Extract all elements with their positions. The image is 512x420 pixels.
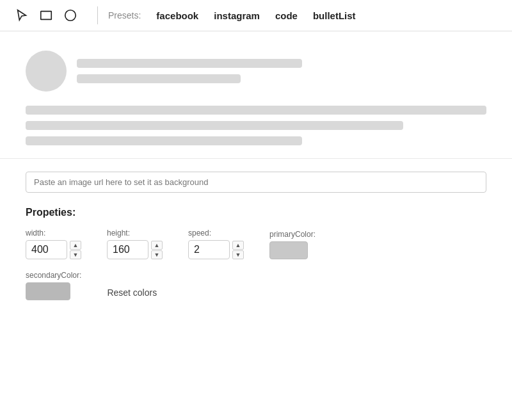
preset-facebook[interactable]: facebook [151, 9, 204, 22]
rectangle-tool-icon[interactable] [37, 6, 55, 24]
skeleton-preview [26, 51, 486, 145]
width-input-wrap: ▲ ▼ [26, 240, 81, 259]
skeleton-line [77, 74, 241, 83]
skeleton-line [77, 59, 302, 68]
speed-group: speed: ▲ ▼ [188, 229, 244, 259]
secondary-color-label: secondaryColor: [26, 271, 81, 280]
preset-instagram[interactable]: instagram [209, 9, 265, 22]
height-input-wrap: ▲ ▼ [107, 240, 163, 259]
speed-spinner: ▲ ▼ [232, 241, 244, 259]
circle-tool-icon[interactable] [61, 6, 79, 24]
toolbar: Presets: facebook instagram code bulletL… [0, 0, 512, 31]
skeleton-line [26, 136, 302, 145]
svg-point-1 [65, 10, 76, 21]
secondary-color-group: secondaryColor: [26, 271, 81, 300]
secondary-color-swatch[interactable] [26, 282, 70, 300]
width-label: width: [26, 229, 81, 238]
primary-color-group: primaryColor: [269, 230, 316, 259]
width-spinner: ▲ ▼ [70, 241, 81, 259]
svg-rect-0 [41, 12, 52, 20]
tool-icons [13, 6, 79, 24]
skeleton-header-lines [77, 59, 486, 83]
secondary-row: secondaryColor: Reset colors [26, 271, 486, 300]
width-spin-up[interactable]: ▲ [70, 241, 81, 250]
height-spin-down[interactable]: ▼ [151, 250, 163, 259]
properties-title: Propeties: [26, 207, 486, 218]
height-spinner: ▲ ▼ [151, 241, 163, 259]
speed-input-wrap: ▲ ▼ [188, 240, 244, 259]
height-label: height: [107, 229, 163, 238]
primary-color-swatch[interactable] [269, 241, 308, 259]
url-input-wrap [26, 172, 486, 193]
properties-grid: width: ▲ ▼ height: ▲ ▼ speed: [26, 229, 486, 259]
preset-bulletlist[interactable]: bulletList [308, 9, 361, 22]
skeleton-avatar [26, 51, 67, 92]
speed-input[interactable] [188, 240, 230, 259]
width-input[interactable] [26, 240, 67, 259]
preset-code[interactable]: code [270, 9, 303, 22]
primary-color-label: primaryColor: [269, 230, 316, 239]
presets-label: Presets: [108, 10, 141, 20]
height-spin-up[interactable]: ▲ [151, 241, 163, 250]
speed-label: speed: [188, 229, 244, 238]
skeleton-header [26, 51, 486, 92]
preview-area [0, 31, 512, 159]
controls-area: Propeties: width: ▲ ▼ height: ▲ ▼ [0, 159, 512, 319]
width-group: width: ▲ ▼ [26, 229, 81, 259]
cursor-tool-icon[interactable] [13, 6, 31, 24]
skeleton-body-lines [26, 106, 486, 145]
background-url-input[interactable] [26, 172, 486, 193]
toolbar-divider [97, 6, 98, 24]
width-spin-down[interactable]: ▼ [70, 250, 81, 259]
speed-spin-up[interactable]: ▲ [232, 241, 244, 250]
speed-spin-down[interactable]: ▼ [232, 250, 244, 259]
skeleton-line [26, 106, 486, 115]
height-input[interactable] [107, 240, 148, 259]
height-group: height: ▲ ▼ [107, 229, 163, 259]
reset-colors-group: Reset colors [107, 285, 157, 300]
skeleton-line [26, 121, 403, 130]
reset-colors-button[interactable]: Reset colors [107, 285, 157, 300]
